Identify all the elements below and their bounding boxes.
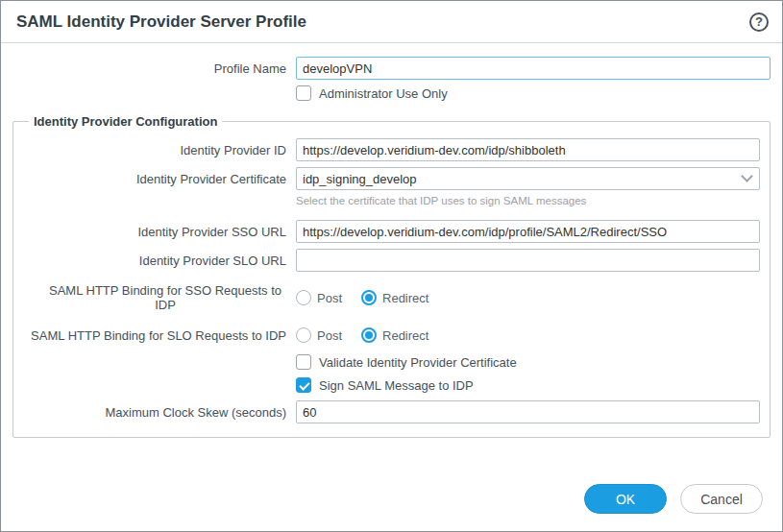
clock-skew-label: Maximum Clock Skew (seconds) <box>23 405 296 420</box>
idp-id-row: Identity Provider ID <box>23 138 760 161</box>
profile-name-input[interactable] <box>296 57 771 80</box>
admin-only-row: Administrator Use Only <box>12 85 771 101</box>
sso-binding-post-option[interactable]: Post <box>296 290 342 305</box>
slo-binding-row: SAML HTTP Binding for SLO Requests to ID… <box>23 327 760 343</box>
idp-cert-hint: Select the certificate that IDP uses to … <box>296 195 586 206</box>
clock-skew-row: Maximum Clock Skew (seconds) <box>23 400 760 423</box>
dialog-titlebar: SAML Identity Provider Server Profile ? <box>1 1 782 43</box>
idp-cert-hint-row: Select the certificate that IDP uses to … <box>23 192 760 220</box>
idp-cert-selected-value: idp_signing_develop <box>303 172 417 186</box>
admin-use-only-checkbox-box[interactable] <box>296 85 311 101</box>
slo-binding-redirect-option[interactable]: Redirect <box>361 327 428 343</box>
sso-binding-label: SAML HTTP Binding for SSO Requests to ID… <box>23 283 296 312</box>
slo-url-row: Identity Provider SLO URL <box>23 249 760 272</box>
sign-saml-checkbox[interactable]: Sign SAML Message to IDP <box>296 377 474 393</box>
validate-cert-row: Validate Identity Provider Certificate <box>23 354 760 370</box>
idp-cert-label: Identity Provider Certificate <box>23 172 296 186</box>
sso-binding-row: SAML HTTP Binding for SSO Requests to ID… <box>23 283 760 312</box>
validate-cert-checkbox-box[interactable] <box>296 354 311 370</box>
slo-binding-label: SAML HTTP Binding for SLO Requests to ID… <box>23 328 296 343</box>
sso-url-input[interactable] <box>296 220 760 243</box>
ok-button[interactable]: OK <box>584 484 667 514</box>
idp-configuration-legend: Identity Provider Configuration <box>29 114 222 129</box>
profile-name-row: Profile Name <box>12 57 771 80</box>
dialog-title: SAML Identity Provider Server Profile <box>16 12 306 32</box>
dialog-body: Profile Name Administrator Use Only Iden… <box>1 43 782 531</box>
profile-name-label: Profile Name <box>12 61 296 76</box>
dialog-footer: OK Cancel <box>12 484 771 514</box>
sso-binding-radio-group: Post Redirect <box>296 290 448 305</box>
admin-use-only-label: Administrator Use Only <box>319 86 448 101</box>
slo-url-input[interactable] <box>296 249 760 272</box>
sso-binding-redirect-option[interactable]: Redirect <box>361 290 428 305</box>
sso-binding-redirect-radio[interactable] <box>361 290 377 305</box>
idp-id-input[interactable] <box>296 138 760 161</box>
slo-binding-radio-group: Post Redirect <box>296 327 448 343</box>
idp-configuration-group: Identity Provider Configuration Identity… <box>12 114 771 438</box>
help-icon[interactable]: ? <box>749 12 769 32</box>
slo-binding-post-option[interactable]: Post <box>296 327 342 343</box>
validate-cert-checkbox[interactable]: Validate Identity Provider Certificate <box>296 354 517 370</box>
sso-url-label: Identity Provider SSO URL <box>23 225 296 239</box>
idp-cert-select[interactable]: idp_signing_develop <box>296 167 760 190</box>
validate-cert-label: Validate Identity Provider Certificate <box>319 355 517 370</box>
chevron-down-icon <box>741 170 753 182</box>
sign-saml-checkbox-box[interactable] <box>296 377 311 393</box>
idp-cert-row: Identity Provider Certificate idp_signin… <box>23 167 760 190</box>
sso-url-row: Identity Provider SSO URL <box>23 220 760 243</box>
slo-url-label: Identity Provider SLO URL <box>23 254 296 268</box>
idp-id-label: Identity Provider ID <box>23 143 296 157</box>
sign-saml-row: Sign SAML Message to IDP <box>23 377 760 393</box>
clock-skew-input[interactable] <box>296 400 760 423</box>
slo-binding-redirect-radio[interactable] <box>361 327 377 343</box>
sso-binding-post-radio[interactable] <box>296 290 311 305</box>
cancel-button[interactable]: Cancel <box>680 484 763 514</box>
sign-saml-label: Sign SAML Message to IDP <box>319 378 474 393</box>
admin-use-only-checkbox[interactable]: Administrator Use Only <box>296 85 448 101</box>
slo-binding-post-radio[interactable] <box>296 327 311 343</box>
saml-idp-server-profile-dialog: SAML Identity Provider Server Profile ? … <box>0 0 783 532</box>
